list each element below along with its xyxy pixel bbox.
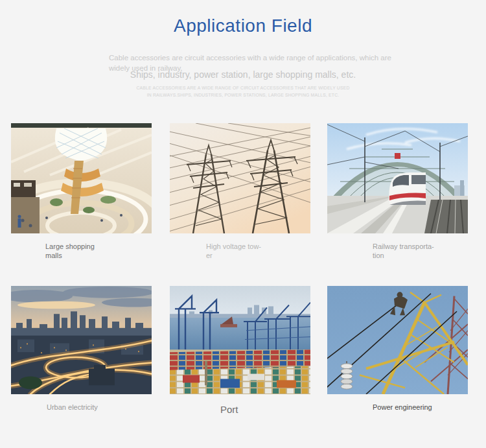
gallery-caption: Power engineering [373,403,468,412]
fineprint-line: IN RAILWAYS.SHIPS, INDUSTRIES, POWER STA… [0,91,486,99]
gallery-caption: Port [220,403,310,416]
gallery-caption: Large shopping malls [45,242,152,261]
fineprint-line: CABLE ACCESSORIES ARE A WIDE RANGE OF CI… [0,84,486,91]
gallery-card-urban-electricity: Urban electricity [11,286,152,412]
caption-line: malls [45,251,152,260]
page-title: Application Field [0,16,486,36]
caption-line: Railway transporta- [373,242,468,251]
gallery-card-port: Port [170,286,310,416]
gallery-card-high-voltage-tower: High voltage tow- er [170,123,310,261]
caption-line: High voltage tow- [206,242,310,251]
section-fineprint: CABLE ACCESSORIES ARE A WIDE RANGE OF CI… [0,84,486,99]
caption-line: Port [220,403,310,416]
section-subtitle: Ships, industry, power station, large sh… [0,69,486,80]
urban-electricity-photo [11,286,152,394]
gallery-caption: High voltage tow- er [206,242,310,261]
high-voltage-tower-photo [170,123,310,233]
application-field-section: Application Field Cable accessories are … [0,0,486,448]
power-engineering-photo [327,286,468,394]
caption-line: Large shopping [45,242,152,251]
gallery-caption: Urban electricity [47,403,152,412]
gallery-caption: Railway transporta- tion [373,242,468,261]
gallery-card-power-engineering: Power engineering [327,286,468,412]
gallery-card-railway-transportation: Railway transporta- tion [327,123,468,261]
gallery-card-large-shopping-malls: Large shopping malls [11,123,152,261]
railway-transportation-photo [327,123,468,233]
shopping-mall-photo [11,123,152,233]
caption-line: tion [373,251,468,260]
caption-line: er [206,251,310,260]
caption-line: Power engineering [373,403,468,412]
caption-line: Urban electricity [47,403,152,412]
port-photo [170,286,310,394]
